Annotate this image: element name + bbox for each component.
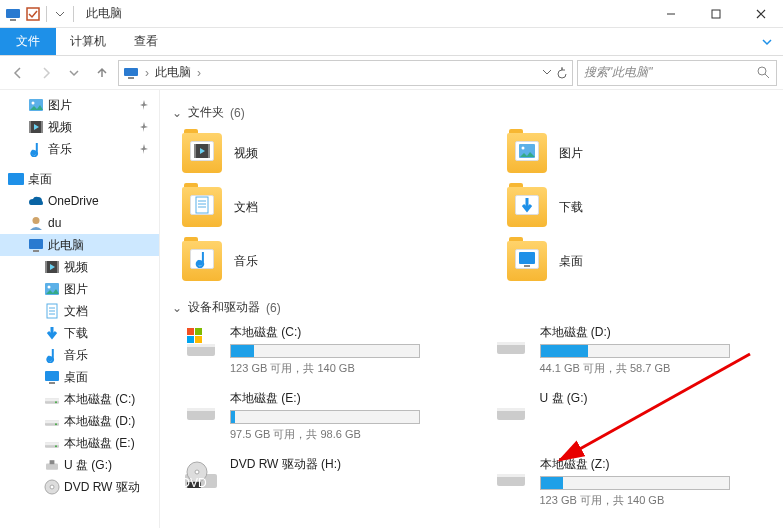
svg-rect-63 xyxy=(497,342,525,345)
drive-name: U 盘 (G:) xyxy=(540,390,772,407)
nav-recent-button[interactable] xyxy=(62,61,86,85)
sidebar-item-video[interactable]: 视频 xyxy=(0,116,159,138)
svg-rect-60 xyxy=(187,336,194,343)
sidebar-item-label: 音乐 xyxy=(48,141,72,158)
user-icon xyxy=(28,215,44,231)
svg-rect-54 xyxy=(519,252,535,264)
close-button[interactable] xyxy=(738,0,783,28)
breadcrumb[interactable]: 此电脑 xyxy=(155,64,191,81)
drive-info: 97.5 GB 可用，共 98.6 GB xyxy=(230,427,462,442)
svg-point-53 xyxy=(197,260,203,266)
sidebar-item-drive[interactable]: 本地磁盘 (E:) xyxy=(0,432,159,454)
maximize-button[interactable] xyxy=(693,0,738,28)
svg-point-36 xyxy=(55,423,57,425)
svg-rect-30 xyxy=(49,382,55,384)
svg-rect-74 xyxy=(497,474,525,477)
svg-rect-5 xyxy=(124,68,138,76)
sidebar-item-user[interactable]: du xyxy=(0,212,159,234)
sidebar-item-music[interactable]: 音乐 xyxy=(0,344,159,366)
svg-rect-55 xyxy=(524,265,530,267)
sidebar-item-picture[interactable]: 图片 xyxy=(0,278,159,300)
refresh-button[interactable] xyxy=(556,67,568,79)
svg-rect-61 xyxy=(195,336,202,343)
nav-back-button[interactable] xyxy=(6,61,30,85)
folder-item[interactable]: 图片 xyxy=(507,129,772,177)
svg-rect-45 xyxy=(194,144,196,158)
address-bar[interactable]: › 此电脑 › xyxy=(118,60,573,86)
breadcrumb-sep-icon[interactable]: › xyxy=(145,66,149,80)
address-dropdown-icon[interactable] xyxy=(542,67,552,79)
group-count: (6) xyxy=(266,301,281,315)
ribbon-tab-computer[interactable]: 计算机 xyxy=(56,28,120,55)
folder-item[interactable]: 下载 xyxy=(507,183,772,231)
svg-rect-0 xyxy=(6,9,20,18)
sidebar-item-drive[interactable]: 本地磁盘 (C:) xyxy=(0,388,159,410)
drive-item[interactable]: 本地磁盘 (D:)44.1 GB 可用，共 58.7 GB xyxy=(492,324,772,376)
qat-properties-icon[interactable] xyxy=(24,5,42,23)
pc-icon xyxy=(28,237,44,253)
drive-item[interactable]: DVDDVD RW 驱动器 (H:) xyxy=(182,456,462,508)
nav-up-button[interactable] xyxy=(90,61,114,85)
music-icon xyxy=(28,141,44,157)
drive-item[interactable]: 本地磁盘 (Z:)123 GB 可用，共 140 GB xyxy=(492,456,772,508)
folder-icon xyxy=(182,187,222,227)
drive-item[interactable]: 本地磁盘 (E:)97.5 GB 可用，共 98.6 GB xyxy=(182,390,462,442)
ribbon-tab-view[interactable]: 查看 xyxy=(120,28,172,55)
search-input[interactable]: 搜索"此电脑" xyxy=(577,60,777,86)
search-icon[interactable] xyxy=(757,66,770,79)
pin-icon xyxy=(139,100,149,110)
chevron-down-icon[interactable]: ⌄ xyxy=(172,106,182,120)
group-header-folders[interactable]: ⌄ 文件夹 (6) xyxy=(172,104,771,121)
group-title: 文件夹 xyxy=(188,104,224,121)
drive-icon xyxy=(44,435,60,451)
folder-icon xyxy=(182,241,222,281)
folder-item[interactable]: 音乐 xyxy=(182,237,447,285)
drive-item[interactable]: U 盘 (G:) xyxy=(492,390,772,442)
drive-item[interactable]: 本地磁盘 (C:)123 GB 可用，共 140 GB xyxy=(182,324,462,376)
sidebar-item-download[interactable]: 下载 xyxy=(0,322,159,344)
sidebar-item-video[interactable]: 视频 xyxy=(0,256,159,278)
sidebar-item-label: 图片 xyxy=(64,281,88,298)
sidebar-item-usb[interactable]: U 盘 (G:) xyxy=(0,454,159,476)
nav-forward-button[interactable] xyxy=(34,61,58,85)
folder-item[interactable]: 文档 xyxy=(182,183,447,231)
breadcrumb-sep-icon[interactable]: › xyxy=(197,66,201,80)
sidebar-item-label: 此电脑 xyxy=(48,237,84,254)
folder-item[interactable]: 桌面 xyxy=(507,237,772,285)
svg-point-33 xyxy=(55,401,57,403)
folder-label: 文档 xyxy=(234,199,258,216)
sidebar-item-desktop[interactable]: 桌面 xyxy=(0,168,159,190)
pc-icon xyxy=(123,66,139,80)
folder-label: 图片 xyxy=(559,145,583,162)
drive-name: 本地磁盘 (Z:) xyxy=(540,456,772,473)
sidebar-item-picture[interactable]: 图片 xyxy=(0,94,159,116)
sidebar-item-doc[interactable]: 文档 xyxy=(0,300,159,322)
folder-item[interactable]: 视频 xyxy=(182,129,447,177)
svg-rect-65 xyxy=(187,408,215,411)
hdd-icon xyxy=(492,324,530,362)
sidebar-item-music[interactable]: 音乐 xyxy=(0,138,159,160)
sidebar-item-pc[interactable]: 此电脑 xyxy=(0,234,159,256)
group-header-devices[interactable]: ⌄ 设备和驱动器 (6) xyxy=(172,299,771,316)
desktop-icon xyxy=(44,369,60,385)
sidebar-item-dvd[interactable]: DVD RW 驱动 xyxy=(0,476,159,498)
chevron-down-icon[interactable]: ⌄ xyxy=(172,301,182,315)
content-pane[interactable]: ⌄ 文件夹 (6) 视频图片文档下载音乐桌面 ⌄ 设备和驱动器 (6) 本地磁盘… xyxy=(160,90,783,528)
onedrive-icon xyxy=(28,193,44,209)
ribbon-expand-button[interactable] xyxy=(751,28,783,55)
minimize-button[interactable] xyxy=(648,0,693,28)
svg-text:DVD: DVD xyxy=(183,476,207,490)
drive-icon xyxy=(44,391,60,407)
sidebar-item-label: 本地磁盘 (E:) xyxy=(64,435,135,452)
sidebar-tree[interactable]: 图片视频音乐 桌面 OneDrivedu此电脑 视频图片文档下载音乐桌面本地磁盘… xyxy=(0,90,160,528)
qat-dropdown-icon[interactable] xyxy=(51,5,69,23)
titlebar: 此电脑 xyxy=(0,0,783,28)
svg-rect-67 xyxy=(497,408,525,411)
sidebar-item-onedrive[interactable]: OneDrive xyxy=(0,190,159,212)
sidebar-item-drive[interactable]: 本地磁盘 (D:) xyxy=(0,410,159,432)
drive-info: 44.1 GB 可用，共 58.7 GB xyxy=(540,361,772,376)
ribbon-tab-file[interactable]: 文件 xyxy=(0,28,56,55)
dvd-icon: DVD xyxy=(182,456,220,494)
svg-rect-58 xyxy=(187,328,194,335)
sidebar-item-desktop[interactable]: 桌面 xyxy=(0,366,159,388)
